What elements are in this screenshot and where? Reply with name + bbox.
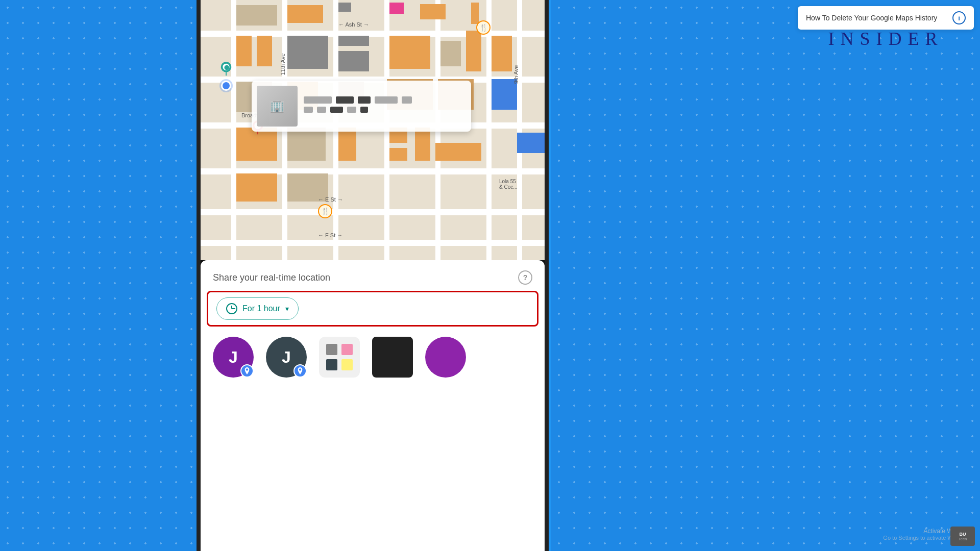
restaurant-pin-2: 🍴	[318, 204, 332, 218]
popup-sub-5	[360, 107, 368, 113]
map-pin-teal: ⬤	[220, 61, 232, 79]
map-block	[287, 128, 326, 161]
background-right	[551, 0, 980, 551]
popup-block-2	[336, 96, 354, 104]
map-block	[415, 128, 430, 161]
popup-block-1	[304, 96, 332, 104]
avatar-2: J	[266, 337, 307, 378]
f-st-label: ← F St →	[318, 232, 342, 238]
for-hour-button[interactable]: For 1 hour ▾	[216, 297, 299, 320]
popup-rating-row	[304, 96, 466, 104]
restaurant-pin-1: 🍴	[476, 20, 491, 35]
tech-badge: BU Tech	[950, 527, 975, 546]
share-title: Share your real-time location	[213, 272, 330, 283]
map-block	[287, 173, 328, 202]
popup-sub-2	[317, 107, 326, 113]
map-area[interactable]: ← Ash St → Broadway ← E St → ← F St → 11…	[201, 0, 545, 260]
dot-pattern-left	[0, 0, 199, 551]
avatar-5	[425, 337, 466, 378]
popup-block-4	[375, 96, 398, 104]
dot-pattern-right	[551, 0, 980, 551]
road-v-7	[517, 0, 522, 260]
popup-sub-3	[330, 107, 343, 113]
map-block	[471, 3, 479, 24]
avatar-initial-1: J	[229, 348, 238, 367]
for-hour-label: For 1 hour	[242, 304, 280, 313]
map-block	[338, 51, 369, 71]
map-block	[338, 3, 351, 12]
avatar-1: J	[213, 337, 254, 378]
map-block	[338, 36, 369, 46]
app-icon-avatar	[319, 337, 360, 378]
map-block	[236, 36, 252, 66]
contact-item-3[interactable]	[319, 337, 360, 378]
map-block	[435, 143, 481, 161]
contact-item-5[interactable]	[425, 337, 466, 378]
road-h-6	[201, 240, 545, 246]
location-badge-2	[293, 364, 307, 378]
map-block	[236, 173, 277, 202]
avatar-4	[372, 337, 413, 378]
map-block	[287, 5, 323, 23]
share-header: Share your real-time location ?	[201, 260, 545, 291]
contact-item-2[interactable]: J	[266, 337, 307, 378]
lola-label: Lola 55& Coc...	[499, 179, 518, 190]
info-icon[interactable]: i	[952, 11, 966, 24]
location-badge-1	[240, 364, 254, 378]
road-v-6	[486, 0, 492, 260]
tech-badge-line1: BU	[960, 532, 966, 537]
popup-block-5	[402, 96, 412, 104]
dropdown-arrow: ▾	[285, 305, 289, 313]
avatar-initial-2: J	[282, 348, 291, 367]
map-block	[466, 31, 481, 71]
insider-logo-text: INSIDER	[828, 29, 944, 49]
insider-logo: INSIDER	[798, 28, 974, 49]
map-block	[257, 36, 272, 66]
contacts-row: J J	[201, 327, 545, 383]
tech-badge-line2: Tech	[959, 537, 967, 541]
background-left	[0, 0, 199, 551]
clock-hand-horizontal	[232, 308, 235, 309]
popup-block-3	[358, 96, 371, 104]
phone-frame: ← Ash St → Broadway ← E St → ← F St → 11…	[197, 0, 549, 551]
popup-sub-row	[304, 107, 466, 113]
map-block	[287, 36, 328, 69]
info-panel-text: How To Delete Your Google Maps History	[806, 14, 946, 22]
clock-icon	[226, 303, 237, 314]
popup-thumbnail: 🏢	[257, 86, 298, 127]
contact-item-1[interactable]: J	[213, 337, 254, 378]
map-block	[389, 148, 407, 161]
map-block	[440, 41, 461, 66]
road-v-1	[231, 0, 236, 260]
map-block	[517, 133, 545, 153]
popup-content	[304, 96, 466, 116]
ash-st-label: ← Ash St →	[338, 21, 369, 28]
bottom-sheet: Share your real-time location ? For 1 ho…	[201, 260, 545, 551]
popup-sub-1	[304, 107, 313, 113]
road-h-5	[201, 209, 545, 215]
highlight-box: For 1 hour ▾	[207, 291, 538, 327]
contact-item-4[interactable]	[372, 337, 413, 378]
map-block	[492, 36, 512, 71]
info-panel: How To Delete Your Google Maps History i	[798, 6, 974, 30]
map-block	[389, 3, 404, 14]
current-location-dot	[221, 81, 231, 91]
help-icon[interactable]: ?	[518, 270, 532, 285]
map-block	[338, 128, 356, 161]
map-block	[389, 36, 430, 69]
map-block	[492, 79, 517, 110]
map-block	[236, 5, 277, 26]
popup-sub-4	[347, 107, 356, 113]
map-block	[420, 4, 446, 19]
svg-text:⬤: ⬤	[224, 65, 229, 70]
map-popup: 🏢	[252, 81, 471, 132]
